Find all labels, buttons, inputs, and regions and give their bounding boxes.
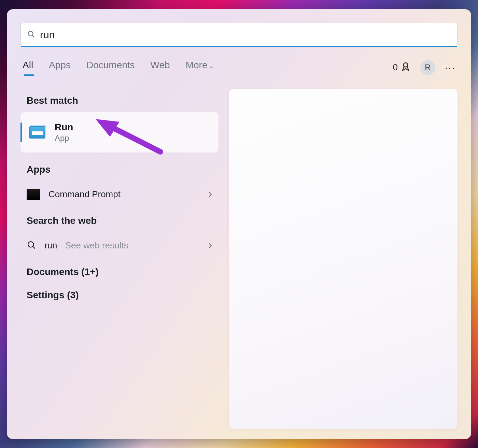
header-right-controls: 0 R ··· bbox=[393, 60, 455, 75]
more-options-button[interactable]: ··· bbox=[445, 62, 455, 73]
chevron-right-icon[interactable] bbox=[206, 191, 214, 198]
search-bar[interactable] bbox=[20, 23, 458, 47]
filter-row: All Apps Documents Web More⌄ 0 R ··· bbox=[20, 60, 458, 75]
svg-point-5 bbox=[28, 242, 33, 247]
best-match-title: Run bbox=[55, 122, 73, 133]
section-search-web: Search the web bbox=[27, 215, 219, 226]
search-icon bbox=[27, 240, 36, 251]
avatar-initial: R bbox=[425, 63, 431, 72]
tab-more[interactable]: More⌄ bbox=[186, 60, 215, 75]
tab-all[interactable]: All bbox=[23, 60, 33, 75]
rewards-button[interactable]: 0 bbox=[393, 61, 411, 74]
section-apps: Apps bbox=[27, 164, 219, 175]
tab-documents[interactable]: Documents bbox=[86, 60, 135, 75]
tab-web[interactable]: Web bbox=[151, 60, 170, 75]
section-settings[interactable]: Settings (3) bbox=[27, 290, 219, 301]
results-list: Best match Run App Apps bbox=[20, 89, 219, 439]
web-item-suffix: - See web results bbox=[57, 240, 128, 250]
best-match-item-run[interactable]: Run App bbox=[20, 112, 219, 153]
medal-icon bbox=[400, 61, 411, 74]
web-item-term: run bbox=[44, 240, 57, 250]
filter-tabs: All Apps Documents Web More⌄ bbox=[23, 60, 214, 75]
section-best-match: Best match bbox=[27, 95, 219, 106]
user-avatar[interactable]: R bbox=[420, 60, 435, 75]
search-window: All Apps Documents Web More⌄ 0 R ··· Bes… bbox=[7, 9, 471, 439]
run-app-icon bbox=[29, 126, 45, 139]
preview-panel bbox=[229, 89, 458, 429]
chevron-down-icon: ⌄ bbox=[209, 62, 214, 70]
svg-point-0 bbox=[28, 31, 33, 36]
app-item-command-prompt[interactable]: Command Prompt bbox=[20, 183, 219, 206]
svg-line-6 bbox=[33, 246, 35, 248]
command-prompt-icon bbox=[27, 189, 40, 200]
svg-line-1 bbox=[32, 35, 34, 37]
section-documents[interactable]: Documents (1+) bbox=[27, 266, 219, 277]
search-icon bbox=[27, 30, 35, 40]
results-body: Best match Run App Apps bbox=[20, 89, 458, 439]
svg-point-2 bbox=[404, 63, 408, 67]
web-item-title: run - See web results bbox=[44, 240, 128, 251]
tab-apps[interactable]: Apps bbox=[49, 60, 71, 75]
tab-more-label: More bbox=[186, 60, 208, 70]
web-item-run[interactable]: run - See web results bbox=[20, 234, 219, 258]
app-item-title: Command Prompt bbox=[48, 189, 121, 200]
rewards-points: 0 bbox=[393, 62, 398, 73]
best-match-subtitle: App bbox=[55, 133, 73, 143]
search-input[interactable] bbox=[40, 29, 451, 41]
best-match-texts: Run App bbox=[55, 122, 73, 143]
chevron-right-icon[interactable] bbox=[206, 242, 214, 249]
